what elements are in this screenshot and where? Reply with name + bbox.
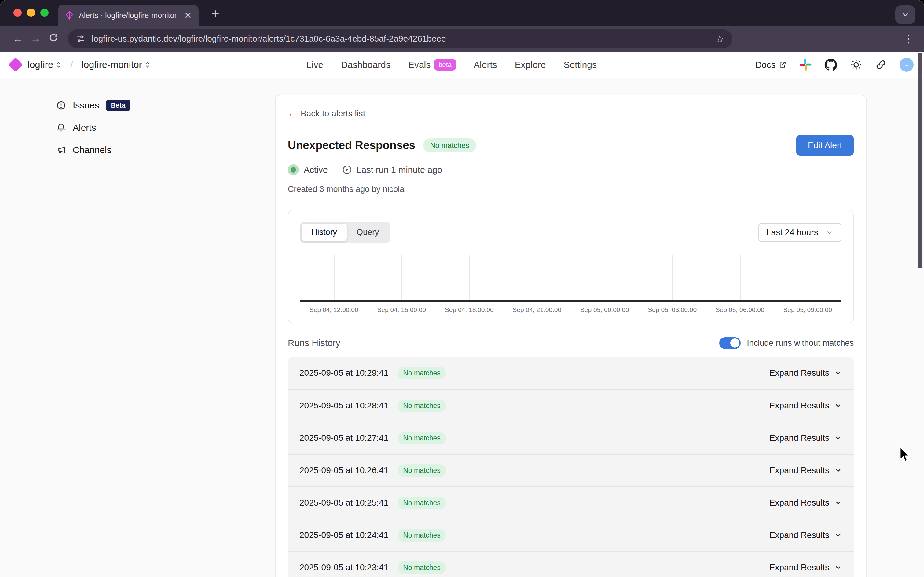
gridline [402,255,402,300]
expand-results-button[interactable]: Expand Results [769,530,842,540]
sidebar-item-label: Channels [73,145,111,155]
chart-tick [774,253,842,300]
expand-results-button[interactable]: Expand Results [769,368,842,378]
close-window-button[interactable] [13,8,22,17]
tab-history[interactable]: History [302,224,347,241]
zoom-window-button[interactable] [40,8,48,17]
run-row[interactable]: 2025-09-05 at 10:28:41 No matches Expand… [288,389,854,422]
created-by: Created 3 months ago by nicola [288,184,854,194]
run-row[interactable]: 2025-09-05 at 10:25:41 No matches Expand… [288,486,854,519]
scrollbar-thumb[interactable] [918,53,922,268]
new-tab-button[interactable]: + [211,6,219,21]
alert-title-row: Unexpected Responses No matches Edit Ale… [288,135,854,156]
avatar-label: - [905,60,908,69]
chevron-down-icon [834,564,842,572]
run-timestamp: 2025-09-05 at 10:26:41 [300,466,389,475]
expand-results-button[interactable]: Expand Results [769,562,842,572]
expand-results-label: Expand Results [769,530,829,540]
nav-link-settings[interactable]: Settings [564,60,597,70]
expand-results-label: Expand Results [769,562,829,572]
history-chart [300,253,842,302]
last-run-label: Last run 1 minute ago [356,165,442,175]
sidebar-item-alerts[interactable]: Alerts [56,116,275,139]
org-selector[interactable]: logfire [27,59,62,70]
tab-search-chevron-button[interactable] [895,5,916,24]
sidebar-item-issues[interactable]: Issues Beta [56,94,275,116]
evals-beta-badge: beta [434,59,456,71]
expand-results-button[interactable]: Expand Results [769,466,842,475]
url-bar[interactable]: logfire-us.pydantic.dev/logfire/logfire-… [68,29,732,48]
gridline [740,255,741,300]
chevron-down-icon [834,402,842,409]
toggle-label: Include runs without matches [747,338,854,348]
active-status-icon [288,164,299,175]
run-timestamp: 2025-09-05 at 10:24:41 [300,530,389,540]
slack-icon[interactable] [799,59,811,71]
run-timestamp: 2025-09-05 at 10:23:41 [300,562,389,572]
nav-link-evals[interactable]: Evals beta [408,59,456,71]
logfire-favicon-icon [65,11,74,20]
chart-tick [368,253,436,300]
theme-toggle-sun-icon[interactable] [850,59,862,71]
expand-results-label: Expand Results [769,368,829,378]
forward-button[interactable]: → [27,32,45,45]
browser-menu-icon[interactable]: ⋮ [903,32,915,45]
url-text[interactable]: logfire-us.pydantic.dev/logfire/logfire-… [92,34,709,44]
nav-link-alerts[interactable]: Alerts [474,60,497,70]
expand-results-button[interactable]: Expand Results [769,401,842,411]
sidebar-item-channels[interactable]: Channels [56,139,275,161]
status-label: Active [304,165,328,175]
traffic-lights [13,8,48,17]
bookmark-star-icon[interactable]: ☆ [715,33,724,45]
time-range-dropdown[interactable]: Last 24 hours [758,223,842,242]
nav-link-explore[interactable]: Explore [515,60,546,70]
page-content: Issues Beta Alerts Channels ← Back to al… [0,78,924,577]
mouse-cursor [899,446,911,464]
docs-link[interactable]: Docs [755,60,787,70]
time-range-value: Last 24 hours [766,227,818,237]
back-to-alerts-link[interactable]: ← Back to alerts list [288,109,854,119]
breadcrumb: logfire / logfire-monitor [10,59,151,70]
updown-chevron-icon [145,61,151,68]
nav-link-dashboards[interactable]: Dashboards [341,60,390,70]
run-row[interactable]: 2025-09-05 at 10:29:41 No matches Expand… [288,357,854,389]
github-icon[interactable] [824,58,837,71]
history-panel-header: History Query Last 24 hours [300,222,842,243]
gridline [334,255,335,300]
include-runs-toggle[interactable] [719,337,741,349]
share-link-icon[interactable] [875,59,887,71]
reload-button[interactable] [45,32,62,45]
gridline [537,255,537,300]
edit-alert-button[interactable]: Edit Alert [796,135,854,156]
expand-results-button[interactable]: Expand Results [769,498,842,508]
alert-detail-card: ← Back to alerts list Unexpected Respons… [275,95,866,577]
run-row[interactable]: 2025-09-05 at 10:26:41 No matches Expand… [288,454,854,486]
runs-history-title: Runs History [288,338,340,348]
issues-beta-badge: Beta [106,100,131,111]
run-row[interactable]: 2025-09-05 at 10:23:41 No matches Expand… [288,551,854,577]
back-button[interactable]: ← [9,32,27,45]
chart-tick [571,253,639,300]
nav-link-evals-label: Evals [408,60,431,70]
minimize-window-button[interactable] [27,8,35,17]
project-selector[interactable]: logfire-monitor [82,59,151,70]
tab-close-icon[interactable]: ✕ [184,10,192,21]
site-settings-icon[interactable] [76,34,85,44]
browser-tab[interactable]: Alerts · logfire/logfire-monitor ✕ [58,5,198,26]
reload-icon [48,33,58,42]
breadcrumb-separator: / [70,60,73,70]
tab-query[interactable]: Query [347,224,389,241]
expand-results-button[interactable]: Expand Results [769,433,842,443]
docs-label: Docs [755,60,776,70]
run-no-matches-badge: No matches [398,561,446,574]
history-panel: History Query Last 24 hours [288,210,854,323]
chart-tick [300,253,368,300]
nav-link-live[interactable]: Live [306,60,323,70]
run-row[interactable]: 2025-09-05 at 10:24:41 No matches Expand… [288,519,854,551]
run-no-matches-badge: No matches [398,367,446,379]
toggle-knob [730,338,739,348]
chevron-down-icon [834,466,842,474]
user-avatar[interactable]: - [900,58,914,72]
no-matches-badge: No matches [423,139,476,152]
run-row[interactable]: 2025-09-05 at 10:27:41 No matches Expand… [288,422,854,454]
